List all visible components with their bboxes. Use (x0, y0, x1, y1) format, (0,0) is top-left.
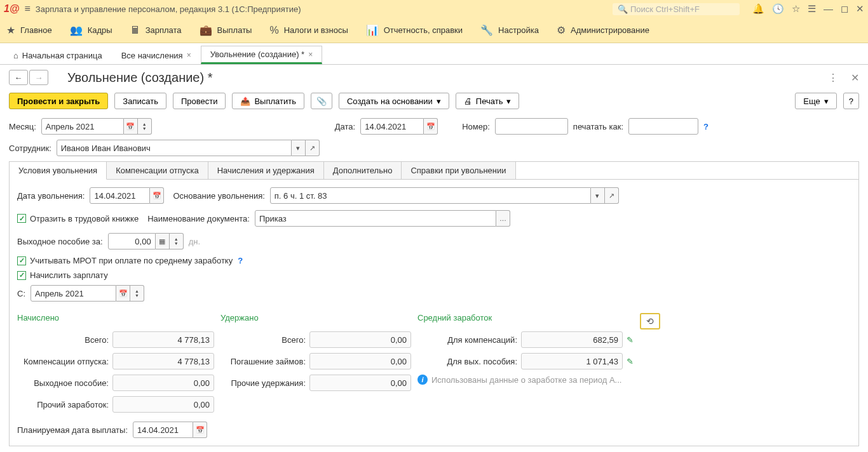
severance-unit: дн. (189, 237, 200, 246)
menu-main[interactable]: ★Главное (6, 24, 52, 36)
menu-kadry[interactable]: 👥Кадры (70, 24, 112, 36)
totals-section: Начислено Всего:4 778,13 Компенсации отп… (17, 313, 851, 418)
tab-certificates[interactable]: Справки при увольнении (402, 162, 515, 179)
wh-total-label: Всего: (220, 335, 309, 345)
from-input[interactable]: Апрель 2021 📅 ▲▼ (31, 285, 144, 302)
employee-label: Сотрудник: (9, 143, 51, 153)
print-button[interactable]: 🖨Печать ▾ (456, 93, 520, 109)
date-input[interactable]: 14.04.2021 📅 (360, 118, 438, 135)
more-button[interactable]: Еще ▾ (795, 93, 836, 109)
calendar-icon[interactable]: 📅 (424, 118, 438, 135)
nav-forward-button[interactable]: → (29, 70, 48, 85)
star-icon[interactable]: ☆ (792, 3, 800, 15)
calendar-icon[interactable]: 📅 (116, 285, 130, 302)
nav-back-button[interactable]: ← (9, 70, 28, 85)
avg-note: Использованы данные о заработке за перио… (431, 375, 621, 385)
toolbar: Провести и закрыть Записать Провести 📤Вы… (0, 90, 868, 116)
help-icon[interactable]: ? (703, 122, 709, 131)
mrot-checkbox[interactable]: ✓ Учитывать МРОТ при оплате по среднему … (17, 256, 233, 265)
filter-icon[interactable]: ☰ (808, 3, 816, 15)
number-input[interactable] (495, 118, 568, 135)
menu-zarplata[interactable]: 🖩Зарплата (130, 25, 182, 36)
create-based-button[interactable]: Создать на основании ▾ (339, 93, 449, 109)
post-button[interactable]: Провести (173, 93, 226, 109)
dismiss-date-input[interactable]: 14.04.2021 📅 (90, 187, 164, 204)
basis-input[interactable]: п. 6 ч. 1 ст. 83 ▾ ↗ (270, 187, 619, 204)
kebab-icon[interactable]: ⋮ (828, 72, 838, 84)
paperclip-icon: 📎 (316, 96, 327, 106)
tab-conditions[interactable]: Условия увольнения (10, 162, 107, 180)
avg-sever-value: 1 071,43 (521, 353, 623, 369)
employee-input[interactable]: Иванов Иван Иванович ▾ ↗ (57, 140, 320, 156)
printas-input[interactable] (628, 118, 698, 135)
minimize-icon[interactable]: — (824, 3, 833, 15)
main-menu: ★Главное 👥Кадры 🖩Зарплата 💼Выплаты %Нало… (0, 18, 868, 43)
pay-button[interactable]: 📤Выплатить (232, 93, 304, 109)
menu-otchetnost[interactable]: 📊Отчетность, справки (366, 24, 463, 36)
planned-date-input[interactable]: 14.04.2021 📅 (133, 422, 207, 438)
calendar-icon[interactable]: 📅 (193, 422, 207, 438)
chevron-down-icon[interactable]: ▾ (591, 187, 605, 204)
chevron-down-icon[interactable]: ▾ (292, 140, 306, 156)
avg-sever-label: Для вых. пособия: (417, 357, 521, 366)
spinner-icon[interactable]: ▲▼ (170, 233, 184, 249)
refresh-button[interactable]: ⟲ (640, 313, 660, 329)
reflect-checkbox[interactable]: ✓ Отразить в трудовой книжке (17, 214, 139, 223)
tab-dismissal[interactable]: Увольнение (создание) *× (201, 46, 323, 64)
post-and-close-button[interactable]: Провести и закрыть (9, 93, 108, 109)
history-icon[interactable]: 🕓 (772, 3, 784, 15)
wh-other-label: Прочие удержания: (220, 378, 309, 388)
attach-button[interactable]: 📎 (311, 93, 332, 109)
tab-home[interactable]: ⌂Начальная страница (4, 46, 112, 64)
open-icon[interactable]: ↗ (605, 187, 619, 204)
accrue-checkbox[interactable]: ✓ Начислить зарплату (17, 270, 108, 280)
month-label: Месяц: (9, 122, 36, 131)
close-window-icon[interactable]: ✕ (856, 3, 864, 15)
avg-heading: Средний заработок (417, 313, 634, 322)
tab-all-accruals[interactable]: Все начисления× (112, 46, 201, 64)
help-button[interactable]: ? (843, 93, 859, 109)
open-icon[interactable]: ↗ (306, 140, 320, 156)
severance-label: Выходное пособие за: (17, 237, 103, 246)
help-icon[interactable]: ? (238, 256, 243, 265)
calc-icon[interactable]: ▦ (156, 233, 170, 249)
people-icon: 👥 (70, 24, 83, 36)
date-label: Дата: (335, 122, 355, 131)
maximize-icon[interactable]: ◻ (841, 3, 848, 15)
tab-close-icon[interactable]: × (187, 51, 191, 60)
bell-icon[interactable]: 🔔 (752, 3, 764, 15)
docname-input[interactable]: Приказ … (255, 210, 510, 227)
hamburger-icon[interactable]: ≡ (25, 3, 31, 15)
tab-bar: ⌂Начальная страница Все начисления× Увол… (0, 43, 868, 65)
acc-total-value: 4 778,13 (112, 331, 214, 348)
chevron-down-icon: ▾ (824, 96, 829, 106)
menu-admin[interactable]: ⚙Администрирование (557, 24, 649, 36)
menu-nalogi[interactable]: %Налоги и взносы (269, 25, 348, 36)
withheld-heading: Удержано (220, 313, 411, 322)
tab-compensations[interactable]: Компенсации отпуска (107, 162, 208, 179)
wallet-icon: 💼 (200, 24, 212, 36)
month-input[interactable]: Апрель 2021 📅 ▲▼ (41, 118, 152, 135)
tab-accruals[interactable]: Начисления и удержания (208, 162, 324, 179)
global-search[interactable]: 🔍 Поиск Ctrl+Shift+F (613, 3, 740, 15)
ellipsis-icon[interactable]: … (496, 210, 510, 227)
wh-loan-value: 0,00 (309, 353, 411, 369)
save-button[interactable]: Записать (114, 93, 166, 109)
titlebar: 1@ ≡ Зарплата и управление персоналом, р… (0, 0, 868, 18)
spinner-icon[interactable]: ▲▼ (130, 285, 144, 302)
app-title: Зарплата и управление персоналом, редакц… (36, 4, 301, 14)
menu-nastroika[interactable]: 🔧Настройка (480, 24, 539, 36)
home-icon: ⌂ (13, 51, 18, 60)
tab-close-icon[interactable]: × (308, 50, 313, 59)
pencil-icon[interactable]: ✎ (627, 357, 634, 366)
chevron-down-icon: ▾ (506, 96, 511, 106)
menu-vyplaty[interactable]: 💼Выплаты (200, 24, 252, 36)
spinner-icon[interactable]: ▲▼ (138, 118, 152, 135)
severance-input[interactable]: 0,00 ▦ ▲▼ (108, 233, 184, 249)
pencil-icon[interactable]: ✎ (627, 335, 634, 345)
tab-additional[interactable]: Дополнительно (324, 162, 402, 179)
calendar-icon[interactable]: 📅 (124, 118, 138, 135)
gear-icon: ⚙ (557, 24, 566, 36)
calendar-icon[interactable]: 📅 (150, 187, 164, 204)
close-page-icon[interactable]: ✕ (851, 72, 859, 84)
